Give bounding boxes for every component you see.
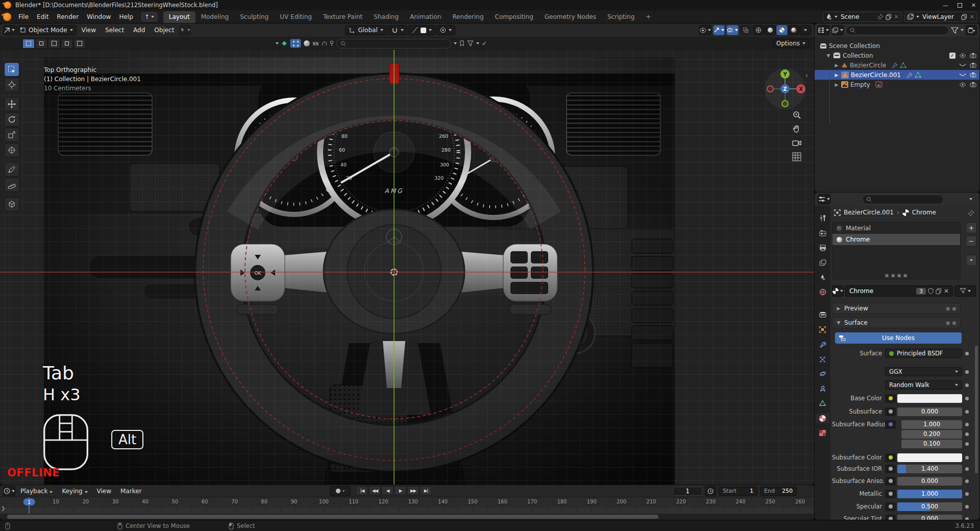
material-specials-button[interactable] — [954, 285, 976, 297]
menu-window[interactable]: Window — [83, 12, 115, 21]
show-overlays-button[interactable] — [726, 25, 739, 35]
properties-search-field[interactable] — [862, 195, 944, 204]
surface-panel-header[interactable]: ▼Surface ■ ■ — [832, 317, 961, 328]
timeline-channels[interactable] — [0, 508, 814, 514]
sss-radius-z-field[interactable]: 0.100 — [901, 440, 962, 448]
tab-particles[interactable] — [816, 354, 829, 364]
decorator-dot[interactable] — [965, 352, 969, 355]
decorator-dot[interactable] — [965, 397, 969, 400]
metallic-field[interactable]: 1.000 — [897, 490, 962, 498]
remove-icon[interactable]: ✕ — [969, 13, 974, 20]
decorator-dot[interactable] — [965, 423, 969, 426]
outliner-filter-collection-button[interactable] — [831, 25, 844, 35]
socket-icon[interactable] — [885, 465, 896, 473]
show-gizmo-button[interactable] — [713, 25, 725, 35]
active-tool-toggle[interactable] — [290, 39, 301, 48]
jump-to-end-button[interactable]: ▶| — [420, 486, 432, 495]
proportional-falloff-dropdown[interactable] — [408, 25, 435, 35]
tool-search-field[interactable] — [336, 39, 451, 49]
camera-icon[interactable] — [970, 72, 976, 78]
camera-icon[interactable] — [970, 62, 976, 68]
tool-extra-dropdown[interactable] — [276, 42, 279, 44]
decorator-dot[interactable] — [965, 442, 969, 446]
filter-dropdown[interactable] — [476, 42, 479, 44]
menu-keying[interactable]: Keying — [58, 487, 91, 496]
timeline-scrollbar[interactable] — [0, 514, 814, 520]
camera-icon[interactable] — [970, 53, 976, 58]
decorator-dot[interactable] — [965, 383, 969, 387]
tab-object[interactable] — [816, 324, 829, 334]
socket-icon[interactable] — [885, 453, 896, 462]
timeline-editor-type-button[interactable] — [3, 486, 15, 496]
distribution-dropdown[interactable]: GGX — [885, 367, 962, 376]
blender-menu-icon[interactable] — [3, 13, 11, 21]
sss-radius-x-field[interactable]: 1.000 — [901, 420, 962, 429]
proportional-editing-button[interactable] — [436, 25, 455, 35]
new-collection-button[interactable] — [966, 25, 977, 35]
outliner-search-field[interactable] — [846, 26, 949, 35]
viewport-3d[interactable]: Object Mode View Select Add Object Globa… — [0, 23, 814, 485]
tab-tool[interactable] — [816, 213, 829, 223]
specular-field[interactable]: 0.500 — [897, 502, 962, 511]
tab-animation[interactable]: Animation — [404, 11, 447, 23]
eye-icon[interactable] — [959, 82, 966, 87]
tool-add-cube[interactable] — [4, 197, 19, 211]
select-intersect-button[interactable] — [74, 39, 86, 49]
socket-icon[interactable] — [885, 420, 896, 429]
menu-tl-view[interactable]: View — [93, 487, 115, 496]
tab-collection[interactable] — [816, 309, 829, 320]
visibility-dropdown[interactable] — [699, 25, 712, 35]
decorator-dot[interactable] — [965, 432, 969, 436]
zoom-icon[interactable] — [792, 110, 801, 119]
shading-solid-button[interactable] — [765, 25, 776, 35]
breadcrumb-material[interactable]: Chrome — [912, 209, 936, 216]
disclosure-closed-icon[interactable]: ▶ — [834, 63, 839, 68]
close-button[interactable]: ✕ — [971, 2, 976, 9]
menu-edit[interactable]: Edit — [33, 12, 53, 21]
tab-modifiers[interactable] — [816, 339, 829, 349]
tool-transform[interactable] — [4, 143, 19, 157]
navigation-gizmo[interactable]: Y Z X — [765, 68, 805, 109]
tab-texture[interactable] — [816, 428, 829, 438]
tool-move[interactable] — [4, 97, 19, 111]
menu-playback[interactable]: Playback — [16, 487, 57, 496]
bookmark-icon[interactable] — [459, 40, 464, 46]
properties-options-dropdown[interactable] — [969, 198, 972, 200]
socket-icon[interactable] — [885, 490, 896, 498]
timeline-editor[interactable]: Playback Keying View Marker |◀ ◀◀ ◀ ▶ ▶▶… — [0, 485, 814, 520]
breadcrumb-object[interactable]: BezierCircle.001 — [844, 209, 894, 216]
viewport-canvas[interactable]: 2040608010012014016018020022024026028030… — [0, 50, 814, 485]
menu-marker[interactable]: Marker — [116, 487, 145, 496]
socket-icon[interactable] — [885, 394, 896, 403]
disclosure-open-icon[interactable]: ▼ — [826, 53, 831, 58]
current-frame-field[interactable]: 1 — [673, 487, 702, 496]
menu-view[interactable]: View — [78, 26, 100, 35]
camera-view-icon[interactable] — [792, 139, 801, 147]
users-count-button[interactable]: 3 — [916, 288, 926, 295]
browse-material-button[interactable] — [832, 285, 844, 297]
next-keyframe-button[interactable]: ▶▶ — [407, 486, 419, 495]
preview-range-button[interactable] — [705, 486, 716, 496]
timeline-scrollbar-thumb[interactable] — [7, 515, 658, 519]
material-slot-list[interactable]: Material Chrome ■ ■ ■ ■ — [832, 222, 961, 279]
tab-object-data[interactable] — [816, 398, 829, 408]
menu-select[interactable]: Select — [101, 26, 128, 35]
pin-small-icon[interactable] — [330, 40, 334, 46]
tab-compositing[interactable]: Compositing — [489, 11, 539, 23]
play-button[interactable]: ▶ — [394, 486, 406, 495]
tab-geometry-nodes[interactable]: Geometry Nodes — [539, 11, 602, 23]
transform-orientation-dropdown[interactable]: Global — [345, 25, 386, 35]
disclosure-closed-icon[interactable]: ▶ — [834, 82, 839, 87]
tab-scene[interactable] — [816, 272, 829, 282]
options-dropdown[interactable]: Options — [773, 39, 809, 48]
editor-type-button[interactable] — [3, 25, 15, 35]
unlink-icon[interactable]: ✕ — [944, 287, 949, 295]
auto-keying-button[interactable] — [330, 486, 351, 496]
copy-icon[interactable] — [936, 288, 942, 294]
sss-method-dropdown[interactable]: Random Walk — [885, 380, 962, 390]
unlink-icon[interactable]: ✕ — [894, 13, 899, 20]
play-reverse-button[interactable]: ◀ — [381, 486, 394, 495]
decorator-dot[interactable] — [965, 492, 969, 496]
tool-select-box[interactable] — [4, 62, 19, 77]
pin-icon[interactable] — [877, 14, 884, 20]
